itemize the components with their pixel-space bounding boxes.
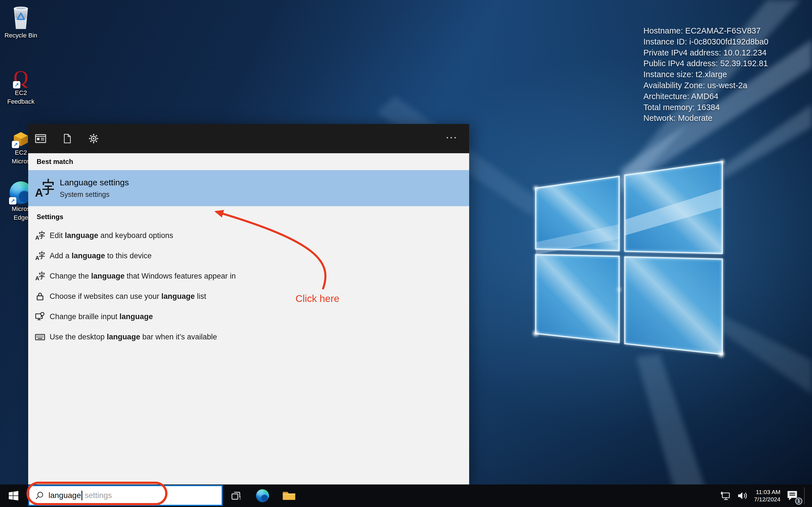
settings-result-text: Change the language that Windows feature…: [50, 272, 236, 281]
edge-icon: [256, 489, 269, 502]
system-info-line: Total memory: 16384: [644, 102, 768, 113]
desktop-icon-recycle-bin[interactable]: Recycle Bin: [1, 3, 41, 39]
click-here-label: Click here: [296, 293, 340, 304]
shortcut-arrow-icon: ↗: [9, 197, 16, 205]
shortcut-arrow-icon: ↗: [12, 141, 19, 148]
svg-text:A: A: [35, 275, 39, 281]
system-info-line: Network: Moderate: [644, 113, 768, 124]
volume-icon: [737, 491, 748, 500]
folder-icon: [282, 490, 296, 501]
system-info: Hostname: EC2AMAZ-F6SV837Instance ID: i-…: [644, 25, 768, 124]
language-icon: A: [35, 271, 45, 281]
search-filter-bar: ...: [28, 124, 469, 153]
settings-result[interactable]: Choose if websites can use your language…: [28, 286, 469, 306]
settings-result[interactable]: A Edit language and keyboard options: [28, 225, 469, 245]
keyboard-icon: [35, 332, 45, 342]
task-view-icon: [231, 490, 241, 501]
documents-filter-icon[interactable]: [61, 133, 73, 144]
search-results: Best match A Language settings System se…: [28, 153, 469, 347]
braille-icon: [35, 312, 45, 322]
settings-result-text: Edit language and keyboard options: [50, 231, 173, 240]
desktop-icon-label: EC2: [15, 149, 27, 156]
settings-filter-icon[interactable]: [88, 133, 99, 144]
system-info-line: Architecture: AMD64: [644, 91, 768, 102]
settings-result-text: Add a language to this device: [50, 251, 152, 260]
settings-result-text: Choose if websites can use your language…: [50, 292, 206, 301]
settings-result[interactable]: Use the desktop language bar when it’s a…: [28, 327, 469, 347]
desktop-icon-label: Edge: [13, 214, 28, 221]
search-icon: [35, 491, 44, 500]
text-caret: [82, 491, 82, 500]
network-tray-button[interactable]: [718, 485, 734, 507]
more-options-button[interactable]: ...: [446, 131, 458, 140]
windows-desktop: Hostname: EC2AMAZ-F6SV837Instance ID: i-…: [0, 0, 812, 507]
start-button[interactable]: [0, 485, 27, 507]
system-info-line: Hostname: EC2AMAZ-F6SV837: [644, 25, 768, 36]
shortcut-arrow-icon: ↗: [13, 81, 20, 89]
best-match-title: Language settings: [60, 177, 129, 188]
language-icon: A: [35, 251, 45, 261]
best-match-subtitle: System settings: [60, 189, 129, 199]
taskbar: language settings: [0, 485, 812, 507]
network-icon: [720, 491, 732, 501]
desktop-icon-label: Recycle Bin: [4, 32, 37, 39]
search-suggestion-text: settings: [85, 491, 112, 500]
settings-result[interactable]: Change braille input language: [28, 306, 469, 327]
best-match-text: Language settings System settings: [60, 177, 129, 199]
desktop-icon-label: Feedback: [7, 98, 35, 105]
settings-result[interactable]: A Add a language to this device: [28, 245, 469, 266]
svg-text:A: A: [35, 186, 43, 198]
lock-icon: [35, 291, 45, 301]
search-flyout: ... Best match A Language settings Syste…: [28, 124, 469, 485]
settings-result[interactable]: A Change the language that Windows featu…: [28, 266, 469, 286]
system-tray: 11:03 AM 7/12/2024 1: [718, 485, 809, 507]
task-view-button[interactable]: [223, 485, 249, 507]
search-typed-text: language: [49, 491, 81, 500]
system-info-line: Public IPv4 address: 52.39.192.81: [644, 58, 768, 69]
q-letter-icon: Q↗: [13, 62, 28, 88]
tray-date: 7/12/2024: [754, 496, 780, 503]
desktop-icon-label: Micros: [12, 158, 30, 165]
taskbar-search-input[interactable]: language settings: [28, 485, 223, 506]
language-settings-icon: A: [35, 179, 54, 198]
settings-result-text: Change braille input language: [50, 313, 153, 321]
volume-tray-button[interactable]: [734, 485, 751, 507]
settings-result-text: Use the desktop language bar when it’s a…: [50, 333, 217, 341]
tray-separator: [804, 487, 805, 504]
system-info-line: Availability Zone: us-west-2a: [644, 80, 768, 91]
file-explorer-button[interactable]: [276, 485, 302, 507]
tray-time: 11:03 AM: [754, 489, 780, 496]
show-desktop-button[interactable]: [806, 485, 809, 507]
best-match-header: Best match: [28, 153, 469, 170]
action-center-button[interactable]: 1: [784, 485, 801, 507]
cube-icon: ↗: [12, 125, 29, 148]
desktop-icon-label: Micros: [12, 205, 30, 213]
taskbar-buttons: [223, 485, 302, 507]
desktop-icon-ec2-feedback[interactable]: Q↗EC2Feedback: [1, 62, 41, 105]
system-info-line: Instance size: t2.xlarge: [644, 69, 768, 80]
language-icon: A: [35, 230, 45, 240]
svg-text:A: A: [35, 235, 39, 240]
svg-text:A: A: [35, 255, 39, 261]
settings-section-header: Settings: [28, 209, 469, 225]
notification-badge: 1: [795, 497, 802, 505]
settings-results-list: A Edit language and keyboard options A A…: [28, 225, 469, 347]
apps-filter-icon[interactable]: [35, 133, 46, 144]
edge-taskbar-button[interactable]: [249, 485, 276, 507]
windows-logo-icon: [9, 491, 18, 501]
best-match-result[interactable]: A Language settings System settings: [28, 170, 469, 206]
desktop-icon-label: EC2: [15, 89, 27, 97]
recycle-bin-icon: [10, 3, 32, 31]
taskbar-clock[interactable]: 11:03 AM 7/12/2024: [751, 489, 784, 503]
system-info-line: Private IPv4 address: 10.0.12.234: [644, 47, 768, 58]
system-info-line: Instance ID: i-0c80300fd192d8ba0: [644, 36, 768, 47]
